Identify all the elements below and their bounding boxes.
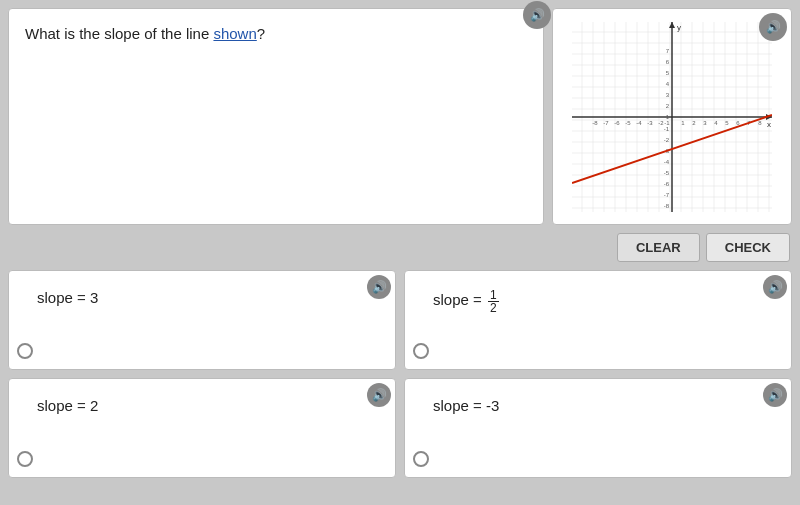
- graph-panel: 🔊: [552, 8, 792, 225]
- svg-text:-8: -8: [592, 120, 598, 126]
- svg-text:-2: -2: [664, 137, 670, 143]
- answer-card-b: 🔊 slope = 12: [404, 270, 792, 370]
- question-text-after: ?: [257, 25, 265, 42]
- svg-text:-4: -4: [664, 159, 670, 165]
- graph-audio-button[interactable]: 🔊: [759, 13, 787, 41]
- speaker-icon-c: 🔊: [372, 388, 387, 402]
- speaker-icon-a: 🔊: [372, 280, 387, 294]
- question-audio-button[interactable]: 🔊: [523, 1, 551, 29]
- question-panel: 🔊 What is the slope of the line shown?: [8, 8, 544, 225]
- svg-text:-7: -7: [603, 120, 609, 126]
- check-button[interactable]: CHECK: [706, 233, 790, 262]
- svg-text:-6: -6: [664, 181, 670, 187]
- svg-text:-6: -6: [614, 120, 620, 126]
- clear-button[interactable]: CLEAR: [617, 233, 700, 262]
- svg-text:-5: -5: [664, 170, 670, 176]
- answer-card-c: 🔊 slope = 2: [8, 378, 396, 478]
- speaker-icon: 🔊: [530, 8, 545, 22]
- answer-c-label: slope = 2: [37, 397, 381, 414]
- shown-link[interactable]: shown: [213, 25, 256, 42]
- answer-d-audio-button[interactable]: 🔊: [763, 383, 787, 407]
- question-text-before: What is the slope of the line: [25, 25, 213, 42]
- answer-a-radio[interactable]: [17, 343, 33, 359]
- answer-c-radio[interactable]: [17, 451, 33, 467]
- coordinate-graph: x y -8 -7 -6 -5 -4 -3 -2 -1 1 2 3 4 5 6 …: [572, 22, 772, 212]
- speaker-icon-b: 🔊: [768, 280, 783, 294]
- answer-card-a: 🔊 slope = 3: [8, 270, 396, 370]
- answer-b-text: slope =: [433, 291, 486, 308]
- svg-text:-3: -3: [647, 120, 653, 126]
- speaker-icon-graph: 🔊: [766, 20, 781, 34]
- svg-text:x: x: [767, 120, 771, 129]
- answer-b-label: slope = 12: [433, 289, 777, 314]
- answer-d-radio[interactable]: [413, 451, 429, 467]
- button-row: CLEAR CHECK: [0, 225, 800, 270]
- answer-b-fraction: 12: [488, 289, 499, 314]
- answer-a-audio-button[interactable]: 🔊: [367, 275, 391, 299]
- answer-d-label: slope = -3: [433, 397, 777, 414]
- answer-b-audio-button[interactable]: 🔊: [763, 275, 787, 299]
- svg-text:y: y: [677, 23, 681, 32]
- svg-text:-4: -4: [636, 120, 642, 126]
- fraction-denominator: 2: [488, 302, 499, 314]
- answer-card-d: 🔊 slope = -3: [404, 378, 792, 478]
- svg-text:-5: -5: [625, 120, 631, 126]
- answer-c-audio-button[interactable]: 🔊: [367, 383, 391, 407]
- svg-text:-8: -8: [664, 203, 670, 209]
- answers-grid: 🔊 slope = 3 🔊 slope = 12 🔊 slope = 2 🔊 s…: [0, 270, 800, 486]
- svg-text:-7: -7: [664, 192, 670, 198]
- speaker-icon-d: 🔊: [768, 388, 783, 402]
- answer-b-radio[interactable]: [413, 343, 429, 359]
- svg-text:-1: -1: [664, 126, 670, 132]
- answer-a-label: slope = 3: [37, 289, 381, 306]
- question-text: What is the slope of the line shown?: [25, 25, 527, 42]
